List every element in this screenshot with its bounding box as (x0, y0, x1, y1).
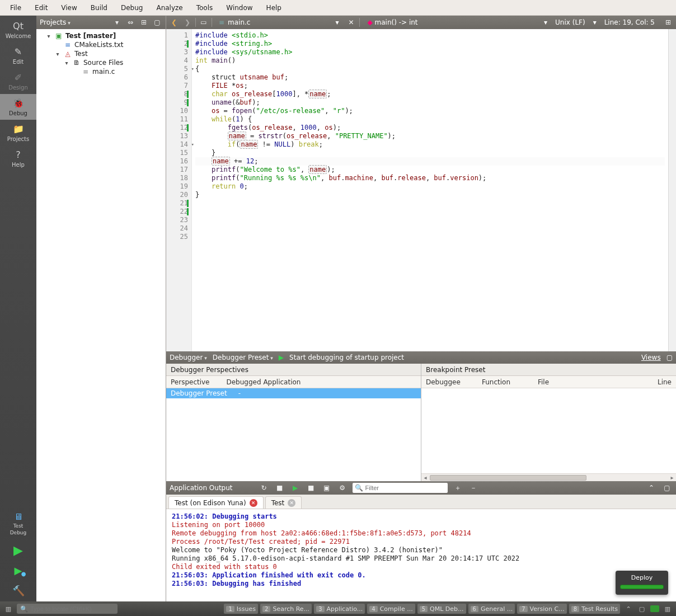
col-header[interactable]: Line (658, 378, 672, 386)
output-pane-4[interactable]: 4Compile ... (367, 604, 415, 614)
link-icon[interactable]: ⇔ (125, 18, 135, 26)
output-filter[interactable]: 🔍 (353, 483, 448, 493)
build-button[interactable]: 🔨 (13, 585, 24, 596)
close-sidebar-icon[interactable]: ▢ (152, 18, 162, 26)
run-button[interactable]: ▶ (13, 544, 24, 556)
scrollbar-horizontal[interactable]: ◂▸ (421, 473, 676, 481)
breakpoint-preset-pane[interactable]: Breakpoint Preset Debuggee Function File… (421, 364, 676, 481)
start-debug-action[interactable]: Start debugging of startup project (289, 354, 404, 361)
trash-icon[interactable]: ▣ (321, 484, 332, 492)
debugger-dropdown[interactable]: Debugger (170, 354, 207, 361)
symbol-selector[interactable]: ◆ main() -> int (362, 18, 424, 26)
mode-edit[interactable]: ✎Edit (0, 43, 36, 68)
application-output-console[interactable]: 21:56:02: Debugging startsListening on p… (166, 509, 676, 601)
perspective-row[interactable]: Debugger Preset - (166, 388, 421, 398)
col-header[interactable]: File (538, 378, 641, 386)
mode-debug[interactable]: 🐞Debug (0, 94, 36, 120)
code-area[interactable]: #include <stdio.h>#include <string.h>#in… (192, 29, 668, 351)
filter-input[interactable] (365, 485, 445, 491)
menu-debug[interactable]: Debug (114, 2, 149, 14)
debugger-perspectives-pane[interactable]: Debugger Perspectives Perspective Debugg… (166, 364, 421, 481)
chevron-down-icon[interactable]: ▾ (335, 18, 339, 26)
preset-dropdown[interactable]: Debugger Preset (213, 354, 273, 361)
attach-icon[interactable]: ▶ (290, 484, 301, 492)
output-pane-3[interactable]: 3Applicatio... (314, 604, 365, 614)
play-icon[interactable]: ▶ (279, 354, 284, 361)
line-gutter[interactable]: 12345▾67891011121314▾1516171819202122232… (166, 29, 192, 351)
split-editor-icon[interactable]: ⊞ (663, 18, 674, 26)
debug-run-button[interactable]: ▶● (13, 565, 24, 576)
output-pane-6[interactable]: 6General ... (468, 604, 515, 614)
mode-design[interactable]: ✐Design (0, 68, 36, 94)
menu-analyze[interactable]: Analyze (149, 2, 189, 14)
col-header[interactable]: Debugged Application (227, 378, 301, 386)
output-pane-5[interactable]: 5QML Deb... (417, 604, 466, 614)
zoom-in-icon[interactable]: ＋ (452, 483, 463, 493)
restore-icon[interactable]: ▢ (666, 354, 673, 361)
edit-icon: ✎ (13, 46, 24, 58)
mode-projects[interactable]: 📁Projects (0, 120, 36, 145)
tree-item-cmake[interactable]: CMakeLists.txt (74, 41, 124, 49)
split-icon[interactable]: ⊞ (139, 18, 149, 26)
open-file-tab[interactable]: ≡ main.c ▾ (214, 16, 344, 29)
code-editor[interactable]: 12345▾67891011121314▾1516171819202122232… (166, 29, 676, 351)
right-sidebar-icon[interactable]: ▥ (663, 605, 673, 613)
menu-bar: FileEditViewBuildDebugAnalyzeToolsWindow… (0, 0, 676, 16)
toast-title: Deploy (620, 574, 664, 581)
output-pane-8[interactable]: 8Test Results (569, 604, 620, 614)
mode-help[interactable]: ?Help (0, 145, 36, 171)
stop-icon[interactable]: ■ (274, 484, 285, 492)
mode-welcome[interactable]: QtWelcome (0, 17, 36, 43)
folder-icon: 🗎 (72, 59, 81, 67)
toggle-output-icon[interactable]: ⌃ (623, 605, 633, 613)
progress-icon[interactable] (650, 605, 659, 612)
rerun-icon[interactable]: ↻ (259, 484, 270, 492)
output-pane-7[interactable]: 7Version C... (517, 604, 567, 614)
close-tab-button[interactable]: ✕ (346, 18, 357, 26)
col-header[interactable]: Function (482, 378, 521, 386)
cfile-icon: ≡ (81, 68, 90, 76)
menu-tools[interactable]: Tools (190, 2, 220, 14)
locator[interactable]: 🔍 (17, 604, 118, 614)
output-pane-2[interactable]: 2Search Re... (260, 604, 312, 614)
zoom-out-icon[interactable]: － (468, 483, 479, 493)
stop2-icon[interactable]: ■ (306, 484, 317, 492)
kit-selector[interactable]: 🖥 Test Debug (0, 511, 36, 535)
encoding-selector[interactable]: Unix (LF) (550, 18, 591, 26)
close-icon[interactable]: ✕ (288, 499, 295, 507)
back-button[interactable]: ❮ (168, 18, 180, 26)
bookmark-icon[interactable]: ▭ (198, 18, 209, 26)
gear-icon[interactable]: ⚙ (337, 484, 348, 492)
locator-input[interactable] (30, 605, 114, 612)
tree-item-mainc[interactable]: main.c (92, 68, 115, 76)
forward-button[interactable]: ❯ (182, 18, 193, 26)
col-header[interactable]: Debuggee (426, 378, 465, 386)
output-tab[interactable]: Test✕ (265, 496, 302, 509)
output-pane-1[interactable]: 1Issues (224, 604, 258, 614)
close-output-icon[interactable]: ▢ (637, 605, 647, 613)
collapse-icon[interactable]: ⌃ (646, 484, 657, 492)
menu-window[interactable]: Window (219, 2, 259, 14)
project-tree[interactable]: ▾▣Test [master] ≡CMakeLists.txt ▾◬Test ▾… (36, 29, 166, 601)
tree-item-target[interactable]: Test (74, 50, 88, 58)
chevron-down-icon[interactable]: ▾ (544, 18, 547, 26)
cursor-position[interactable]: Line: 19, Col: 5 (599, 18, 660, 26)
filter-icon[interactable]: ▾ (112, 18, 122, 26)
output-tab[interactable]: Test (on Edison Yuna)✕ (168, 496, 264, 509)
maximize-icon[interactable]: ▢ (661, 484, 673, 492)
close-icon[interactable]: ✕ (250, 499, 257, 507)
menu-build[interactable]: Build (84, 2, 114, 14)
chevron-down-icon[interactable]: ▾ (593, 18, 597, 26)
views-dropdown[interactable]: Views (641, 354, 661, 361)
col-header[interactable]: Perspective (171, 378, 210, 386)
menu-edit[interactable]: Edit (28, 2, 54, 14)
sidebar-selector[interactable]: Projects (40, 18, 71, 26)
tree-item-sources[interactable]: Source Files (83, 59, 123, 67)
project-name[interactable]: Test [master] (65, 32, 116, 40)
deploy-toast[interactable]: Deploy (616, 571, 668, 595)
menu-file[interactable]: File (3, 2, 28, 14)
menu-help[interactable]: Help (260, 2, 288, 14)
scrollbar-vertical[interactable] (668, 29, 676, 351)
menu-view[interactable]: View (54, 2, 83, 14)
sidebar-toggle-icon[interactable]: ▥ (3, 605, 13, 613)
